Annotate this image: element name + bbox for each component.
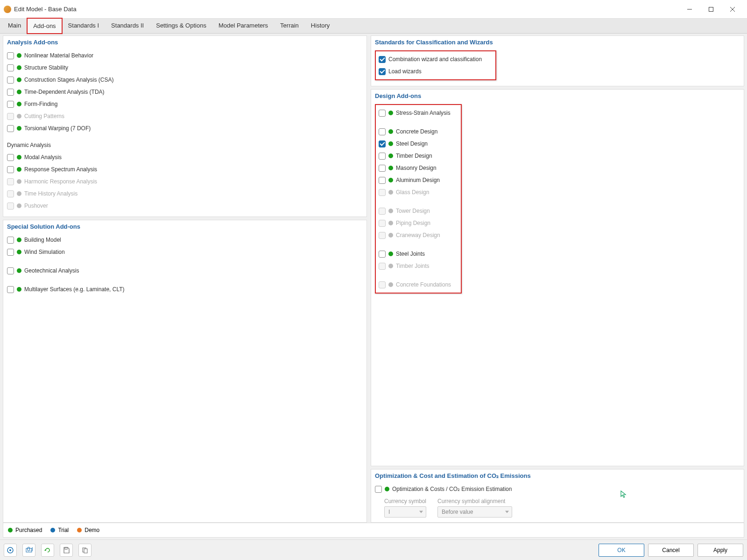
- addon-checkbox[interactable]: [379, 110, 386, 117]
- status-dot: [388, 190, 393, 195]
- tabbar: Main Add-ons Standards I Standards II Se…: [0, 19, 747, 34]
- status-dot: [388, 209, 393, 213]
- design-title: Design Add-ons: [375, 92, 740, 99]
- addon-label: Steel Design: [396, 140, 428, 147]
- addon-label: Cutting Patterns: [24, 113, 64, 119]
- tab-standards-2[interactable]: Standards II: [105, 18, 150, 33]
- maximize-button[interactable]: [700, 2, 722, 16]
- addon-checkbox[interactable]: [379, 128, 386, 135]
- legend-demo: Demo: [77, 527, 99, 533]
- ok-button[interactable]: OK: [599, 544, 644, 557]
- addon-checkbox[interactable]: [7, 267, 14, 274]
- analysis-panel: Analysis Add-ons Nonlinear Material Beha…: [3, 35, 367, 217]
- addon-label: Concrete Foundations: [396, 281, 451, 288]
- addon-label: Pushover: [24, 203, 48, 209]
- status-dot: [17, 287, 21, 292]
- addon-row: Geotechnical Analysis: [7, 265, 363, 277]
- addon-checkbox[interactable]: [7, 125, 14, 132]
- addon-checkbox[interactable]: [7, 64, 14, 71]
- addon-checkbox[interactable]: [7, 154, 14, 161]
- tab-main[interactable]: Main: [2, 18, 27, 33]
- addon-checkbox[interactable]: [379, 153, 386, 160]
- currency-symbol-select[interactable]: I: [384, 506, 426, 518]
- addon-checkbox[interactable]: [7, 101, 14, 108]
- status-dot: [17, 268, 21, 273]
- addon-label: Time History Analysis: [24, 190, 78, 197]
- addon-label: Load wizards: [388, 68, 422, 75]
- addon-row: Form-Finding: [7, 98, 363, 110]
- tab-model-parameters[interactable]: Model Parameters: [212, 18, 274, 33]
- status-dot: [17, 191, 21, 196]
- addon-checkbox[interactable]: [379, 177, 386, 184]
- help-icon[interactable]: [4, 544, 17, 557]
- addon-row: Nonlinear Material Behavior: [7, 49, 363, 62]
- units-icon[interactable]: 0.0: [22, 544, 35, 557]
- apply-button[interactable]: Apply: [698, 544, 743, 557]
- status-dot: [388, 154, 393, 158]
- addon-row: Modal Analysis: [7, 151, 363, 163]
- tab-settings-options[interactable]: Settings & Options: [150, 18, 212, 33]
- status-dot: [388, 129, 393, 134]
- close-button[interactable]: [722, 2, 743, 16]
- addon-label: Piping Design: [396, 220, 430, 226]
- status-dot: [17, 114, 21, 119]
- status-dot: [388, 141, 393, 146]
- addon-checkbox[interactable]: [7, 89, 14, 96]
- status-dot: [388, 264, 393, 268]
- addon-checkbox: [379, 189, 386, 196]
- addon-checkbox[interactable]: [7, 286, 14, 293]
- addon-row: Stress-Strain Analysis: [379, 107, 458, 119]
- optimization-checkbox[interactable]: [375, 486, 382, 493]
- addon-checkbox[interactable]: [379, 68, 386, 75]
- optimization-panel: Optimization & Cost and Estimation of CO…: [371, 469, 744, 523]
- addon-checkbox[interactable]: [379, 251, 386, 258]
- addon-checkbox[interactable]: [7, 166, 14, 173]
- addon-checkbox: [379, 263, 386, 270]
- status-dot: [17, 102, 21, 106]
- currency-align-select[interactable]: Before value: [437, 506, 512, 518]
- addon-row: Structure Stability: [7, 62, 363, 74]
- copy-icon[interactable]: [78, 544, 92, 557]
- status-dot: [17, 238, 21, 242]
- addon-row: Harmonic Response Analysis: [7, 175, 363, 188]
- footer: 0.0 OK Cancel Apply: [0, 539, 747, 560]
- addon-row: Torsional Warping (7 DOF): [7, 122, 363, 134]
- status-dot: [388, 178, 393, 182]
- optimization-title: Optimization & Cost and Estimation of CO…: [375, 472, 740, 479]
- status-dot: [385, 487, 389, 491]
- addon-checkbox[interactable]: [7, 237, 14, 244]
- cancel-button[interactable]: Cancel: [648, 544, 694, 557]
- addon-row: Masonry Design: [379, 162, 458, 174]
- addon-label: Nonlinear Material Behavior: [24, 52, 93, 59]
- status-dot: [17, 155, 21, 160]
- addon-checkbox: [7, 178, 14, 185]
- tab-add-ons[interactable]: Add-ons: [27, 18, 62, 34]
- minimize-button[interactable]: [679, 2, 700, 16]
- addon-checkbox[interactable]: [7, 52, 14, 59]
- status-dot: [17, 203, 21, 208]
- addon-checkbox[interactable]: [379, 56, 386, 63]
- special-title: Special Solution Add-ons: [7, 223, 363, 230]
- tab-standards-1[interactable]: Standards I: [62, 18, 106, 33]
- tab-history[interactable]: History: [305, 18, 336, 33]
- status-dot: [17, 77, 21, 82]
- dot-green: [8, 528, 13, 532]
- addon-checkbox[interactable]: [379, 165, 386, 172]
- reset-icon[interactable]: [41, 544, 54, 557]
- currency-symbol-label: Currency symbol: [384, 498, 426, 504]
- addon-row: Cutting Patterns: [7, 110, 363, 122]
- addon-checkbox[interactable]: [7, 77, 14, 84]
- addon-checkbox[interactable]: [379, 140, 386, 147]
- standards-panel: Standards for Classification and Wizards…: [371, 35, 744, 86]
- addon-checkbox[interactable]: [7, 249, 14, 256]
- legend-demo-label: Demo: [85, 527, 99, 533]
- addon-row: Time-Dependent Analysis (TDA): [7, 86, 363, 98]
- addon-label: Craneway Design: [396, 232, 440, 238]
- dynamic-analysis-heading: Dynamic Analysis: [7, 142, 363, 148]
- analysis-title: Analysis Add-ons: [7, 39, 363, 46]
- tab-terrain[interactable]: Terrain: [274, 18, 305, 33]
- save-icon[interactable]: [60, 544, 73, 557]
- addon-row: Wind Simulation: [7, 246, 363, 258]
- addon-row: Multilayer Surfaces (e.g. Laminate, CLT): [7, 283, 363, 295]
- app-icon: [4, 6, 11, 13]
